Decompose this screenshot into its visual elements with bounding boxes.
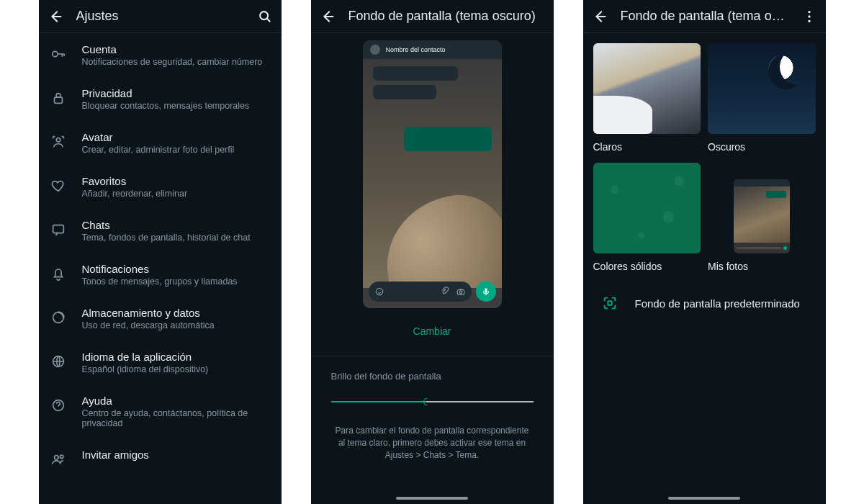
brightness-slider[interactable] xyxy=(331,395,534,409)
camera-icon xyxy=(456,287,466,297)
wallpaper-preview-screen: Fondo de pantalla (tema oscuro) Nombre d… xyxy=(311,0,554,504)
svg-point-14 xyxy=(808,15,810,17)
item-subtitle: Notificaciones de seguridad, cambiar núm… xyxy=(82,57,270,67)
item-title: Cuenta xyxy=(82,43,270,55)
settings-item-notifications[interactable]: NotificacionesTonos de mensajes, grupos … xyxy=(39,253,282,297)
avatar-icon xyxy=(50,134,66,150)
topbar: Ajustes xyxy=(39,0,282,33)
settings-item-invite[interactable]: Invitar amigos xyxy=(39,438,282,477)
settings-item-help[interactable]: AyudaCentro de ayuda, contáctanos, polít… xyxy=(39,384,282,438)
svg-rect-4 xyxy=(53,225,63,233)
item-subtitle: Añadir, reordenar, eliminar xyxy=(82,189,270,199)
theme-hint: Para cambiar el fondo de pantalla corres… xyxy=(311,409,554,461)
page-title: Ajustes xyxy=(76,9,244,24)
input-field-mock xyxy=(369,282,472,302)
slider-thumb[interactable] xyxy=(421,397,431,407)
svg-rect-2 xyxy=(54,97,62,103)
settings-list: CuentaNotificaciones de seguridad, cambi… xyxy=(39,33,282,504)
tile-light[interactable]: Claros xyxy=(593,43,701,153)
svg-point-0 xyxy=(260,12,268,19)
settings-item-avatar[interactable]: AvatarCrear, editar, administrar foto de… xyxy=(39,121,282,165)
tile-photos[interactable]: Mis fotos xyxy=(708,163,816,272)
default-wallpaper-label: Fondo de pantalla predeterminado xyxy=(635,297,800,310)
search-icon[interactable] xyxy=(257,9,273,24)
item-title: Idioma de la aplicación xyxy=(82,351,270,363)
svg-point-8 xyxy=(54,456,58,460)
outgoing-bubble xyxy=(404,127,492,151)
settings-item-storage[interactable]: Almacenamiento y datosUso de red, descar… xyxy=(39,297,282,341)
attach-icon xyxy=(440,287,450,297)
help-icon xyxy=(50,397,66,413)
item-title: Ayuda xyxy=(82,395,270,407)
back-icon[interactable] xyxy=(592,9,608,24)
back-icon[interactable] xyxy=(48,9,63,24)
item-subtitle: Tonos de mensajes, grupos y llamadas xyxy=(82,276,270,287)
tile-label: Mis fotos xyxy=(708,261,816,272)
home-indicator xyxy=(396,497,468,500)
incoming-bubble xyxy=(373,66,458,81)
svg-point-9 xyxy=(60,455,63,459)
item-subtitle: Español (idioma del dispositivo) xyxy=(82,364,270,374)
data-usage-icon xyxy=(50,310,66,325)
svg-point-3 xyxy=(56,138,60,143)
thumb-light xyxy=(593,43,701,134)
settings-item-language[interactable]: Idioma de la aplicaciónEspañol (idioma d… xyxy=(39,341,282,384)
tile-solid[interactable]: Colores sólidos xyxy=(593,163,701,272)
settings-item-account[interactable]: CuentaNotificaciones de seguridad, cambi… xyxy=(39,33,282,77)
item-subtitle: Tema, fondos de pantalla, historial de c… xyxy=(82,233,270,243)
wallpaper-gallery-screen: Fondo de pantalla (tema osc… Claros Oscu… xyxy=(583,0,826,504)
back-icon[interactable] xyxy=(320,9,336,24)
item-title: Privacidad xyxy=(82,87,270,99)
settings-item-privacy[interactable]: PrivacidadBloquear contactos, mensajes t… xyxy=(39,77,282,121)
contact-name: Nombre del contacto xyxy=(386,46,446,53)
tile-label: Claros xyxy=(593,141,701,153)
thumb-photos-wrap xyxy=(708,163,816,253)
item-title: Chats xyxy=(82,219,270,231)
slider-fill xyxy=(331,401,426,402)
item-subtitle: Centro de ayuda, contáctanos, política d… xyxy=(82,408,270,428)
brightness-section: Brillo del fondo de pantalla xyxy=(311,356,554,409)
settings-item-favorites[interactable]: FavoritosAñadir, reordenar, eliminar xyxy=(39,165,282,209)
change-button[interactable]: Cambiar xyxy=(311,308,554,356)
settings-item-chats[interactable]: ChatsTema, fondos de pantalla, historial… xyxy=(39,209,282,253)
tile-label: Colores sólidos xyxy=(593,261,701,272)
mic-button xyxy=(476,282,496,302)
tile-label: Oscuros xyxy=(708,141,816,153)
item-title: Favoritos xyxy=(82,175,270,187)
topbar: Fondo de pantalla (tema osc… xyxy=(583,0,826,33)
page-title: Fondo de pantalla (tema oscuro) xyxy=(348,9,545,24)
incoming-bubble xyxy=(373,85,436,99)
chat-input-mock xyxy=(369,281,496,302)
avatar xyxy=(370,45,380,55)
settings-screen: Ajustes CuentaNotificaciones de segurida… xyxy=(39,0,282,504)
default-wallpaper-button[interactable]: Fondo de pantalla predeterminado xyxy=(583,272,826,311)
thumb-dark xyxy=(708,43,816,134)
item-title: Avatar xyxy=(82,131,270,143)
heart-icon xyxy=(50,178,66,194)
tile-dark[interactable]: Oscuros xyxy=(708,43,816,153)
wallpaper-reset-icon xyxy=(602,295,618,311)
people-icon xyxy=(50,451,66,467)
thumb-solid xyxy=(593,163,701,253)
bell-icon xyxy=(50,266,66,282)
svg-point-10 xyxy=(376,288,382,294)
chat-mockup: Nombre del contacto xyxy=(363,40,502,308)
item-subtitle: Crear, editar, administrar foto del perf… xyxy=(82,145,270,155)
page-title: Fondo de pantalla (tema osc… xyxy=(621,9,788,24)
svg-rect-16 xyxy=(608,301,612,305)
item-title: Invitar amigos xyxy=(82,449,270,461)
svg-point-13 xyxy=(808,10,810,12)
chat-icon xyxy=(50,222,66,238)
item-subtitle: Uso de red, descarga automática xyxy=(82,320,270,330)
item-title: Almacenamiento y datos xyxy=(82,307,270,319)
key-icon xyxy=(50,46,66,62)
wallpaper-preview: Nombre del contacto xyxy=(311,33,554,308)
svg-point-15 xyxy=(808,19,810,22)
wallpaper-gallery: Claros Oscuros Colores sólidos Mis fotos xyxy=(583,33,826,272)
topbar: Fondo de pantalla (tema oscuro) xyxy=(311,0,554,33)
more-icon[interactable] xyxy=(801,9,817,24)
home-indicator xyxy=(668,497,740,500)
chat-mock-body xyxy=(363,59,502,288)
chat-mock-header: Nombre del contacto xyxy=(363,40,502,59)
emoji-icon xyxy=(374,287,384,297)
